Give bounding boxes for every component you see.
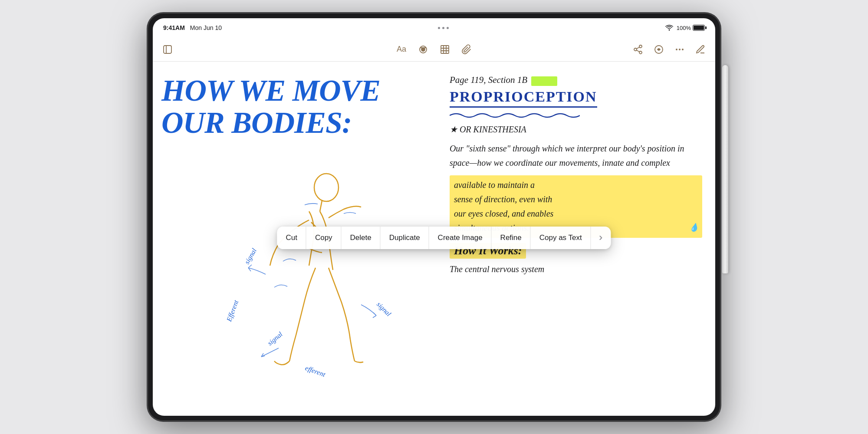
svg-point-13 xyxy=(682,49,684,50)
ipad-screen: 9:41AM Mon Jun 10 xyxy=(153,18,715,416)
title-line2: OUR BODIES: xyxy=(161,106,352,139)
menu-item-cut[interactable]: Cut xyxy=(277,227,306,249)
content-area: HOW WE MOVE OUR BODIES: xyxy=(153,62,715,416)
battery-fill xyxy=(694,26,704,30)
ipad-device: 9:41AM Mon Jun 10 xyxy=(148,13,720,421)
svg-point-3 xyxy=(421,48,425,51)
svg-point-11 xyxy=(676,49,677,50)
svg-text:signal: signal xyxy=(375,300,393,318)
status-bar: 9:41AM Mon Jun 10 xyxy=(153,18,715,37)
status-center xyxy=(222,27,665,29)
droplet-icon: 💧 xyxy=(689,221,699,234)
status-dots xyxy=(438,27,449,29)
body-sketch: signal signal signal efferent Efferent xyxy=(161,153,413,413)
battery-percentage: 100% xyxy=(677,25,691,31)
wavy-decoration xyxy=(450,111,702,122)
attachment-button[interactable] xyxy=(460,43,473,56)
main-title: HOW WE MOVE OUR BODIES: xyxy=(161,75,380,138)
menu-item-refine[interactable]: Refine xyxy=(492,227,531,249)
share-button[interactable] xyxy=(632,43,644,56)
dot2 xyxy=(442,27,444,29)
svg-text:signal: signal xyxy=(243,247,258,266)
status-right: 100% xyxy=(665,25,705,31)
compose-button[interactable] xyxy=(694,43,707,56)
cns-text: The central nervous system xyxy=(450,262,702,276)
battery-icon xyxy=(693,25,705,31)
toolbar-right xyxy=(473,43,707,56)
svg-text:signal: signal xyxy=(266,330,284,347)
svg-point-14 xyxy=(314,174,339,201)
proprioception-title: PROPRIOCEPTION xyxy=(450,89,597,108)
title-line1: HOW WE MOVE xyxy=(161,74,380,107)
menu-more-chevron[interactable] xyxy=(591,227,611,249)
body-paragraph: Our "sixth sense" through which we inter… xyxy=(450,141,702,170)
page-ref-highlight xyxy=(531,76,557,86)
svg-line-15 xyxy=(320,201,322,211)
menu-item-create-image[interactable]: Create Image xyxy=(429,227,492,249)
page-ref-text: Page 119, Section 1B xyxy=(450,75,527,85)
toolbar: Aa xyxy=(153,37,715,62)
svg-text:efferent: efferent xyxy=(304,364,327,379)
more-button[interactable] xyxy=(674,43,686,56)
status-date: Mon Jun 10 xyxy=(190,24,222,31)
page-background: 9:41AM Mon Jun 10 xyxy=(0,0,868,434)
dot3 xyxy=(447,27,449,29)
checklist-button[interactable] xyxy=(417,43,429,56)
svg-text:Efferent: Efferent xyxy=(225,299,240,323)
format-text-button[interactable]: Aa xyxy=(395,43,408,56)
context-menu: Cut Copy Delete Duplicate Create Image xyxy=(277,227,611,249)
sidebar-toggle-button[interactable] xyxy=(161,43,174,56)
svg-point-12 xyxy=(679,49,681,50)
battery-container: 100% xyxy=(677,25,705,31)
wifi-icon xyxy=(665,25,673,31)
menu-item-copy[interactable]: Copy xyxy=(306,227,342,249)
markup-button[interactable] xyxy=(653,43,665,56)
menu-item-copy-as-text[interactable]: Copy as Text xyxy=(531,227,591,249)
table-button[interactable] xyxy=(439,43,451,56)
kinesthesia-label: ★ OR KINESTHESIA xyxy=(450,124,702,135)
svg-rect-0 xyxy=(164,46,171,53)
menu-item-delete[interactable]: Delete xyxy=(342,227,381,249)
status-time: 9:41AM xyxy=(163,24,185,31)
svg-rect-5 xyxy=(441,46,449,53)
dot1 xyxy=(438,27,440,29)
toolbar-center: Aa xyxy=(395,43,473,56)
toolbar-left xyxy=(161,43,395,56)
menu-item-duplicate[interactable]: Duplicate xyxy=(381,227,429,249)
apple-pencil xyxy=(722,65,728,273)
page-reference: Page 119, Section 1B xyxy=(450,75,702,86)
